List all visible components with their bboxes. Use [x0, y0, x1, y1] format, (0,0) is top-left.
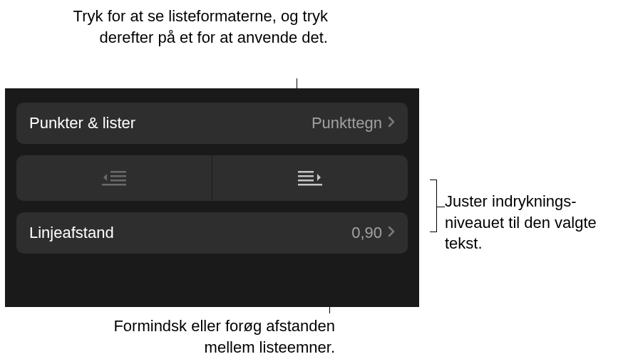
chevron-right-icon: [388, 116, 395, 131]
outdent-icon: [102, 170, 126, 187]
svg-rect-1: [110, 175, 126, 177]
svg-rect-0: [110, 171, 126, 173]
format-panel: Punkter & lister Punkttegn: [5, 88, 419, 307]
bullets-lists-row[interactable]: Punkter & lister Punkttegn: [16, 103, 408, 144]
indent-controls: [16, 155, 408, 201]
svg-rect-5: [298, 175, 314, 177]
callout-line: [430, 232, 437, 232]
line-spacing-row[interactable]: Linjeafstand 0,90: [16, 212, 408, 254]
svg-rect-6: [298, 180, 314, 182]
bullets-lists-value: Punkttegn: [312, 114, 382, 132]
indent-icon: [298, 170, 322, 187]
callout-top: Tryk for at se listeformaterne, og tryk …: [43, 6, 328, 48]
line-spacing-value-group: 0,90: [351, 224, 395, 242]
indent-button[interactable]: [212, 155, 408, 201]
callout-line: [430, 180, 437, 180]
callout-right: Juster indryknings-niveauet til den valg…: [445, 191, 623, 254]
callout-line: [436, 180, 437, 232]
svg-rect-7: [298, 184, 322, 186]
svg-rect-4: [298, 171, 314, 173]
line-spacing-value: 0,90: [351, 224, 382, 242]
svg-rect-2: [110, 180, 126, 182]
callout-line: [436, 207, 445, 207]
line-spacing-label: Linjeafstand: [29, 224, 114, 242]
bullets-lists-value-group: Punkttegn: [312, 114, 395, 132]
svg-rect-3: [102, 184, 126, 186]
bullets-lists-label: Punkter & lister: [29, 114, 135, 132]
outdent-button[interactable]: [16, 155, 212, 201]
chevron-right-icon: [388, 226, 395, 241]
callout-bottom: Formindsk eller forøg afstanden mellem l…: [71, 316, 335, 358]
